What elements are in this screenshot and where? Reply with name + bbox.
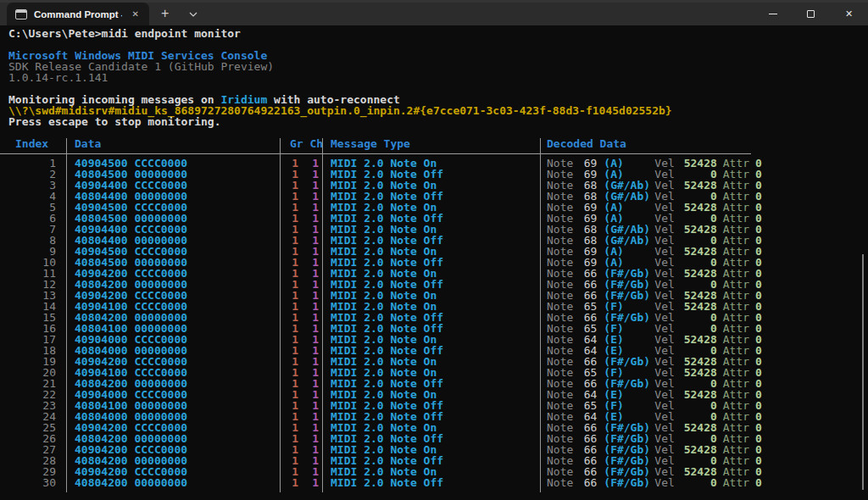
row-index: 25: [0, 422, 66, 433]
attr-value: 0: [755, 477, 762, 488]
column-separator: [280, 138, 281, 492]
row-index: 21: [0, 378, 66, 389]
note-name: (F#/Gb): [604, 477, 654, 488]
table-header: Index Data Gr Ch Message Type Decoded Da…: [0, 138, 860, 150]
sdk-line: SDK Release Candidate 1 (GitHub Preview): [0, 61, 868, 72]
tab-title: Command Prompt - midi end: [34, 9, 122, 19]
prompt-line: C:\Users\Pete>midi endpoint monitor: [0, 28, 868, 39]
row-index: 11: [0, 268, 66, 279]
row-index: 27: [0, 444, 66, 455]
vel-value: 0: [675, 477, 717, 488]
column-separator: [540, 138, 541, 492]
maximize-button[interactable]: [792, 3, 830, 25]
tab-dropdown-button[interactable]: [181, 3, 206, 25]
row-index: 9: [0, 246, 66, 257]
blank-line: [0, 127, 868, 138]
row-index: 22: [0, 389, 66, 400]
close-button[interactable]: ✕: [830, 3, 868, 25]
row-index: 28: [0, 455, 66, 466]
row-message-type: MIDI 2.0 Note Off: [322, 477, 540, 488]
column-separator: [66, 138, 67, 492]
row-index: 26: [0, 433, 66, 444]
row-index: 14: [0, 301, 66, 312]
vel-label: Vel: [654, 477, 674, 488]
titlebar: Command Prompt - midi end ✕ + ✕: [0, 3, 868, 25]
note-number: 66: [573, 477, 597, 488]
window-controls: ✕: [754, 3, 868, 25]
row-index: 6: [0, 213, 66, 224]
header-decoded-data: Decoded Data: [540, 138, 860, 150]
header-rule: [0, 153, 751, 154]
row-index: 23: [0, 400, 66, 411]
row-channel: 1: [298, 477, 319, 488]
terminal-window: Command Prompt - midi end ✕ + ✕ C:\Users…: [0, 0, 868, 500]
attr-label: Attr: [723, 477, 749, 488]
row-index: 18: [0, 345, 66, 356]
row-decoded-data: Note 66 (F#/Gb) Vel 0 Attr 0: [540, 477, 860, 488]
row-index: 4: [0, 191, 66, 202]
row-index: 30: [0, 477, 66, 488]
scrollbar-thumb[interactable]: [862, 254, 864, 490]
row-index: 15: [0, 312, 66, 323]
terminal-content[interactable]: C:\Users\Pete>midi endpoint monitor Micr…: [0, 25, 868, 500]
row-index: 2: [0, 169, 66, 180]
header-index: Index: [0, 138, 66, 150]
row-index: 13: [0, 290, 66, 301]
row-index: 8: [0, 235, 66, 246]
row-index: 12: [0, 279, 66, 290]
table-body: 1 40904500 CCCC0000 1 1 MIDI 2.0 Note On…: [0, 158, 868, 488]
note-label: Note: [547, 477, 573, 488]
tab-command-prompt[interactable]: Command Prompt - midi end ✕: [7, 3, 149, 25]
command-prompt-icon: [15, 9, 27, 19]
chevron-down-icon: [189, 12, 198, 17]
row-index: 7: [0, 224, 66, 235]
maximize-icon: [807, 10, 815, 18]
version-line: 1.0.14-rc.1.141: [0, 72, 868, 83]
minimize-button[interactable]: [754, 3, 792, 25]
row-group: 1: [280, 477, 298, 488]
escape-line: Press escape to stop monitoring.: [0, 116, 868, 127]
row-index: 19: [0, 356, 66, 367]
close-icon: ✕: [845, 9, 853, 19]
row-index: 5: [0, 202, 66, 213]
row-index: 16: [0, 323, 66, 334]
table-row: 30 40804200 00000000 1 1 MIDI 2.0 Note O…: [0, 477, 860, 488]
row-data: 40804200 00000000: [66, 477, 280, 488]
header-gr-ch: Gr Ch: [280, 138, 322, 150]
row-index: 3: [0, 180, 66, 191]
row-index: 17: [0, 334, 66, 345]
minimize-icon: [769, 14, 777, 14]
tab-close-icon[interactable]: ✕: [129, 8, 142, 20]
header-data: Data: [66, 138, 280, 150]
row-index: 1: [0, 158, 66, 169]
row-index: 24: [0, 411, 66, 422]
row-index: 20: [0, 367, 66, 378]
column-separator: [322, 138, 323, 492]
midi-monitor-table: Index Data Gr Ch Message Type Decoded Da…: [0, 138, 868, 488]
new-tab-button[interactable]: +: [149, 3, 181, 25]
row-index: 10: [0, 257, 66, 268]
row-index: 29: [0, 466, 66, 477]
header-message-type: Message Type: [322, 138, 540, 150]
